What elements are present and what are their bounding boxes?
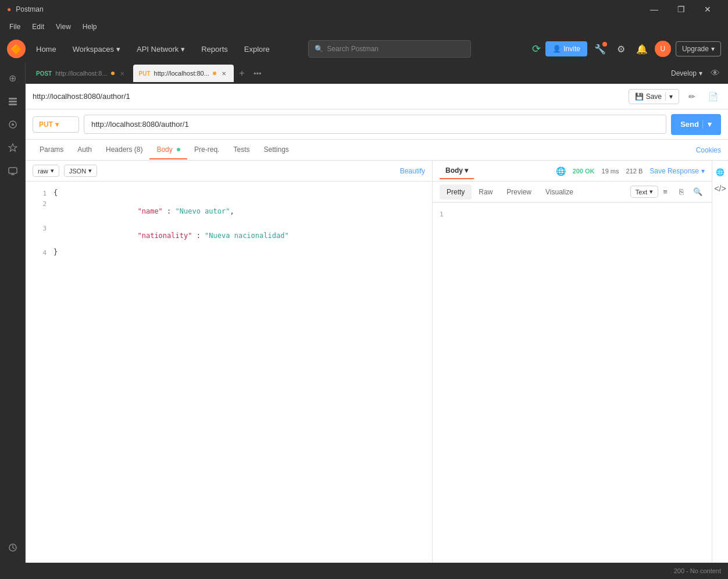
tab-headers[interactable]: Headers (8) <box>99 141 149 159</box>
tab-pre-req[interactable]: Pre-req. <box>187 141 226 159</box>
request-section: http://localhost:8080/author/1 💾 Save ▾ … <box>26 84 728 563</box>
workspace-selector[interactable]: Develop ▾ <box>671 69 702 77</box>
code-line-1: 1 { <box>26 189 432 199</box>
raw-chevron-icon: ▾ <box>51 167 54 175</box>
tab-put[interactable]: PUT http://localhost:80... ✕ <box>133 65 234 82</box>
response-wrap-icon-button[interactable]: ≡ <box>658 185 672 199</box>
invite-button[interactable]: 👤 Invite <box>545 41 587 56</box>
sync-icon-button[interactable]: ⟳ <box>532 42 541 55</box>
tab-auth[interactable]: Auth <box>70 141 99 159</box>
save-caret-icon[interactable]: ▾ <box>665 93 673 101</box>
tab-put-url: http://localhost:80... <box>154 70 209 77</box>
tab-body[interactable]: Body <box>149 141 187 159</box>
add-tab-button[interactable]: + <box>235 66 249 80</box>
menu-file[interactable]: File <box>5 20 25 33</box>
save-response-chevron-icon: ▾ <box>701 167 705 175</box>
explore-nav-button[interactable]: Explore <box>238 41 276 57</box>
view-toggle-icon[interactable]: 👁 <box>707 65 723 81</box>
save-button[interactable]: 💾 Save ▾ <box>629 89 679 104</box>
text-format-chevron-icon: ▾ <box>650 188 653 196</box>
resp-view-pretty[interactable]: Pretty <box>440 184 472 200</box>
body-active-dot <box>177 148 180 151</box>
tab-post[interactable]: POST http://localhost:8... ✕ <box>30 65 132 82</box>
response-panel: Body ▾ 🌐 200 OK 19 ms 212 B Save Respons… <box>433 161 712 563</box>
user-avatar[interactable]: U <box>655 41 671 57</box>
sidebar-new-icon[interactable]: ⊕ <box>2 68 23 88</box>
response-text-format-selector[interactable]: Text ▾ <box>630 186 658 198</box>
send-button[interactable]: Send ▾ <box>671 114 721 135</box>
tab-post-close[interactable]: ✕ <box>118 69 126 77</box>
method-selector[interactable]: PUT ▾ <box>33 116 79 133</box>
raw-format-selector[interactable]: raw ▾ <box>33 165 59 177</box>
api-network-nav-button[interactable]: API Network ▾ <box>131 41 191 57</box>
left-sidebar: ⊕ <box>0 63 26 563</box>
code-editor[interactable]: 1 { 2 "name" : "Nuevo autor", 3 <box>26 182 432 563</box>
right-code-icon-button[interactable]: </> <box>713 182 727 196</box>
maximize-button[interactable]: ❐ <box>668 0 694 19</box>
sidebar-history-icon[interactable] <box>2 537 23 558</box>
api-network-chevron-icon: ▾ <box>181 45 185 54</box>
response-body-tab[interactable]: Body ▾ <box>440 163 474 179</box>
settings-icon-button[interactable]: ⚙ <box>613 41 629 57</box>
content-area: POST http://localhost:8... ✕ PUT http://… <box>26 63 728 563</box>
app-logo-icon: ● <box>7 5 11 13</box>
minimize-button[interactable]: — <box>641 0 668 19</box>
workspaces-nav-button[interactable]: Workspaces ▾ <box>67 41 126 57</box>
cookies-link[interactable]: Cookies <box>696 146 721 154</box>
workspace-label: Develop <box>671 69 697 77</box>
sidebar-environments-icon[interactable] <box>2 137 23 158</box>
response-view-tabs: Pretty Raw Preview Visualize Text ▾ ≡ ⎘ … <box>433 182 712 203</box>
notifications-icon-button[interactable]: 🔔 <box>634 41 650 57</box>
tab-params[interactable]: Params <box>33 141 70 159</box>
json-chevron-icon: ▾ <box>88 167 92 175</box>
request-url-title: http://localhost:8080/author/1 <box>33 92 130 101</box>
beautify-button[interactable]: Beautify <box>400 167 425 175</box>
app-title: Postman <box>16 5 43 13</box>
tab-post-url: http://localhost:8... <box>55 70 107 77</box>
menu-help[interactable]: Help <box>78 20 102 33</box>
sidebar-monitor-icon[interactable] <box>2 161 23 182</box>
close-button[interactable]: ✕ <box>694 0 721 19</box>
send-caret-icon[interactable]: ▾ <box>702 120 712 129</box>
edit-icon-button[interactable]: ✏ <box>684 88 700 105</box>
method-label: PUT <box>39 120 53 129</box>
workspaces-chevron-icon: ▾ <box>116 45 120 54</box>
upgrade-button[interactable]: Upgrade ▾ <box>676 41 721 56</box>
request-body-panel: raw ▾ JSON ▾ Beautify 1 { <box>26 161 433 563</box>
right-globe-icon-button[interactable]: 🌐 <box>713 165 727 179</box>
url-input[interactable] <box>84 115 666 134</box>
status-bar: 200 - No content <box>0 563 728 579</box>
resp-view-preview[interactable]: Preview <box>499 184 538 200</box>
tabs-bar: POST http://localhost:8... ✕ PUT http://… <box>26 63 728 84</box>
resp-view-raw[interactable]: Raw <box>472 184 499 200</box>
response-search-icon-button[interactable]: 🔍 <box>691 185 705 199</box>
save-response-button[interactable]: Save Response ▾ <box>650 167 705 175</box>
tab-tests[interactable]: Tests <box>226 141 256 159</box>
response-body-chevron-icon: ▾ <box>465 166 468 175</box>
response-copy-icon-button[interactable]: ⎘ <box>675 185 688 199</box>
sidebar-apis-icon[interactable] <box>2 114 23 135</box>
resp-view-visualize[interactable]: Visualize <box>538 184 580 200</box>
menu-edit[interactable]: Edit <box>27 20 49 33</box>
tab-put-close[interactable]: ✕ <box>220 69 228 77</box>
tools-icon-button[interactable]: 🔧 <box>592 41 608 57</box>
tabs-more-button[interactable]: ••• <box>250 69 265 78</box>
menu-view[interactable]: View <box>51 20 76 33</box>
response-line-1: 1 <box>440 211 444 218</box>
response-globe-icon: 🌐 <box>556 166 566 176</box>
body-section: raw ▾ JSON ▾ Beautify 1 { <box>26 161 728 563</box>
reports-nav-button[interactable]: Reports <box>195 41 234 57</box>
description-icon-button[interactable]: 📄 <box>705 88 721 105</box>
url-bar: PUT ▾ Send ▾ <box>26 109 728 140</box>
home-nav-button[interactable]: Home <box>30 41 62 57</box>
svg-rect-2 <box>9 104 17 105</box>
tab-settings[interactable]: Settings <box>256 141 295 159</box>
json-format-selector[interactable]: JSON ▾ <box>64 165 97 177</box>
body-toolbar: raw ▾ JSON ▾ Beautify <box>26 161 432 182</box>
workspace-chevron-icon: ▾ <box>699 69 702 77</box>
title-bar: ● Postman — ❐ ✕ <box>0 0 728 19</box>
sidebar-collections-icon[interactable] <box>2 91 23 112</box>
request-header-right: 💾 Save ▾ ✏ 📄 <box>629 88 721 105</box>
search-bar[interactable]: 🔍 Search Postman <box>308 40 471 58</box>
request-tabs-bar: Params Auth Headers (8) Body Pre-req. Te… <box>26 140 728 161</box>
